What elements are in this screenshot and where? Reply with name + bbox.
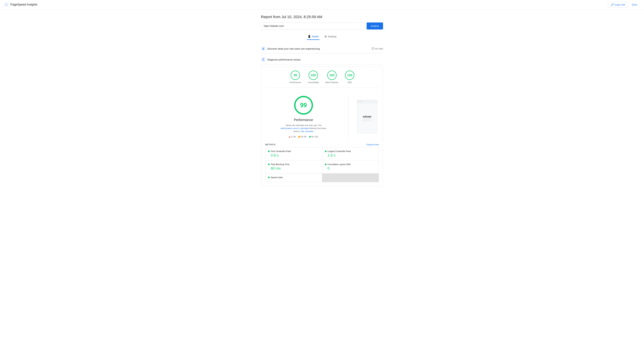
- analyze-button[interactable]: Analyze: [366, 22, 383, 29]
- performance-note: Values are estimated and may vary. The p…: [280, 124, 327, 133]
- metrics-grid: First Contentful Paint 0.9 s Largest Con…: [265, 147, 379, 182]
- main-score-area: 99 Performance Values are estimated and …: [265, 92, 379, 141]
- lab-icon: [261, 57, 266, 62]
- logo-area: PageSpeed Insights: [4, 2, 38, 7]
- screenshot-content: IsiKado: [357, 103, 377, 133]
- fail-icon: [289, 136, 290, 138]
- average-range: 50–89: [301, 136, 306, 138]
- average-icon: [298, 136, 300, 138]
- accessibility-circle: 100: [308, 70, 318, 80]
- scores-row: 99 Performance 100 Accessibility 100 Bes…: [265, 70, 379, 88]
- screenshot-line-1: [362, 119, 372, 119]
- metric-lcp-name: Largest Contentful Paint: [325, 150, 376, 152]
- screenshot-site-logo: IsiKado: [363, 115, 372, 118]
- tab-desktop[interactable]: 🖥 Desktop: [324, 33, 337, 40]
- crux-icon: [261, 46, 266, 51]
- accessibility-label-sm: Accessibility: [308, 81, 319, 84]
- lab-title: Diagnose performance issues: [267, 58, 300, 61]
- link-icon: [611, 3, 614, 6]
- metric-si: Speed Index: [265, 173, 322, 182]
- header-actions: Copy Link Docs: [608, 2, 640, 7]
- crux-title: Discover what your real users are experi…: [267, 47, 320, 50]
- metric-fcp-name: First Contentful Paint: [268, 150, 319, 152]
- screenshot-titlebar: [357, 100, 377, 103]
- pagespeed-logo-icon: [4, 2, 9, 7]
- tab-desktop-label: Desktop: [328, 35, 336, 38]
- metric-fcp-dot: [268, 150, 270, 152]
- metric-tbt: Total Blocking Time 80 ms: [265, 160, 322, 173]
- metric-cls-name: Cumulative Layout Shift: [325, 163, 376, 166]
- best-practices-label-sm: Best Practices: [326, 81, 338, 84]
- divider: [348, 95, 349, 138]
- legend: 0–49 50–89 90–100: [289, 136, 318, 138]
- expand-view-button[interactable]: Expand view: [366, 143, 379, 146]
- titlebar-dot-3: [361, 101, 362, 102]
- copy-link-label: Copy Link: [615, 3, 625, 6]
- score-item-best-practices[interactable]: 100 Best Practices: [326, 70, 338, 84]
- metric-si-dot: [268, 177, 270, 178]
- docs-button[interactable]: Docs: [629, 2, 640, 7]
- best-practices-circle: 100: [327, 70, 336, 80]
- perf-note-part1: Values are estimated and may vary. The: [286, 124, 321, 126]
- mobile-icon: 📱: [308, 35, 311, 38]
- metrics-title: METRICS: [265, 143, 276, 146]
- report-title: Report from Jul 10, 2024, 8:25:59 AM: [261, 15, 383, 19]
- header: PageSpeed Insights Copy Link Docs: [0, 0, 644, 9]
- perf-score-link[interactable]: performance score is calculated: [281, 127, 309, 130]
- svg-point-2: [263, 48, 264, 49]
- score-item-seo[interactable]: 100 SEO: [345, 70, 354, 84]
- metric-cls: Cumulative Layout Shift 0: [322, 160, 379, 173]
- score-item-accessibility[interactable]: 100 Accessibility: [308, 70, 319, 84]
- tabs-container: 📱 Mobile 🖥 Desktop: [261, 33, 383, 40]
- desktop-icon: 🖥: [324, 35, 327, 38]
- svg-point-5: [373, 49, 373, 49]
- pass-range: 90–100: [312, 136, 318, 138]
- screenshot-area: IsiKado: [355, 95, 379, 138]
- seo-circle: 100: [345, 70, 354, 80]
- screenshot-mock: IsiKado: [357, 100, 377, 133]
- seo-label-sm: SEO: [348, 81, 352, 84]
- main-content: Report from Jul 10, 2024, 8:25:59 AM Ana…: [258, 9, 386, 192]
- legend-average: 50–89: [298, 136, 306, 138]
- performance-label-sm: Performance: [290, 81, 301, 84]
- score-panel: 99 Performance 100 Accessibility 100 Bes…: [261, 66, 383, 186]
- metric-cls-dot: [325, 164, 326, 165]
- crux-section: Discover what your real users are experi…: [261, 44, 383, 53]
- screenshot-line-3: [362, 121, 372, 121]
- metric-lcp-dot: [325, 150, 326, 152]
- url-form: Analyze: [261, 22, 383, 29]
- tab-mobile[interactable]: 📱 Mobile: [307, 33, 320, 40]
- metrics-header: METRICS Expand view: [265, 141, 379, 147]
- lab-section: Diagnose performance issues: [261, 55, 383, 64]
- performance-main-label: Performance: [294, 118, 313, 122]
- copy-link-button[interactable]: Copy Link: [608, 2, 628, 7]
- metric-lcp: Largest Contentful Paint 1.8 s: [322, 147, 379, 160]
- legend-pass: 90–100: [309, 136, 318, 138]
- logo-text: PageSpeed Insights: [10, 3, 38, 6]
- metric-tbt-name: Total Blocking Time: [268, 163, 319, 166]
- legend-fail: 0–49: [289, 136, 296, 138]
- info-icon: [372, 47, 374, 50]
- big-score-value: 99: [294, 95, 314, 115]
- metric-lcp-value: 1.8 s: [325, 153, 376, 158]
- see-calculator-link[interactable]: See calculator.: [301, 130, 314, 133]
- performance-circle: 99: [291, 70, 300, 80]
- metric-tbt-dot: [268, 164, 270, 165]
- big-score-circle: 99: [294, 95, 314, 115]
- metric-fcp-value: 0.9 s: [268, 153, 319, 158]
- score-item-performance[interactable]: 99 Performance: [290, 70, 301, 84]
- fail-range: 0–49: [291, 136, 296, 138]
- metric-cls-value: 0: [325, 166, 376, 171]
- svg-point-1: [6, 4, 7, 5]
- docs-label: Docs: [632, 3, 637, 6]
- pass-icon: [309, 136, 311, 138]
- no-data-text: No Data: [375, 47, 383, 50]
- titlebar-dot-1: [358, 101, 359, 102]
- score-display: 99 Performance Values are estimated and …: [265, 95, 342, 138]
- metric-si-name: Speed Index: [268, 176, 319, 179]
- url-input[interactable]: [261, 22, 365, 29]
- titlebar-dot-2: [360, 101, 360, 102]
- no-data-badge: No Data: [372, 47, 383, 50]
- metric-tbt-value: 80 ms: [268, 166, 319, 171]
- metric-fcp: First Contentful Paint 0.9 s: [265, 147, 322, 160]
